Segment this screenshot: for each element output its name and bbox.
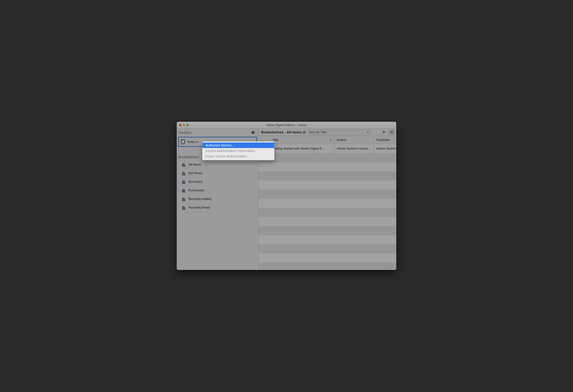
cell-publisher: Adobe System bbox=[374, 144, 396, 153]
svg-rect-19 bbox=[184, 164, 185, 166]
svg-rect-45 bbox=[384, 133, 386, 133]
zoom-window-button[interactable] bbox=[186, 124, 189, 126]
svg-rect-31 bbox=[184, 190, 185, 192]
shelf-label: Recently Read bbox=[188, 206, 210, 209]
svg-rect-43 bbox=[384, 131, 386, 132]
svg-rect-17 bbox=[182, 164, 183, 166]
shelf-item-borrowed[interactable]: Borrowed bbox=[177, 177, 258, 186]
menu-item-label: Device Authorization Information bbox=[205, 149, 255, 153]
svg-rect-34 bbox=[183, 197, 184, 201]
device-name: Kobo e bbox=[188, 140, 198, 144]
view-grid-button[interactable] bbox=[381, 130, 387, 135]
svg-rect-41 bbox=[383, 131, 384, 132]
svg-rect-27 bbox=[184, 181, 185, 184]
table-row-empty bbox=[258, 254, 396, 263]
column-author-label: Author bbox=[337, 138, 346, 142]
svg-rect-30 bbox=[183, 189, 184, 192]
app-window: Adobe Digital Editions - Library Devices bbox=[177, 122, 396, 270]
table-row[interactable]: Getting Started with Adobe Digital E… Ad… bbox=[258, 144, 396, 153]
svg-rect-26 bbox=[183, 180, 184, 184]
svg-rect-49 bbox=[391, 131, 393, 132]
bookshelf-icon bbox=[182, 205, 186, 210]
svg-rect-25 bbox=[182, 181, 183, 184]
svg-rect-20 bbox=[182, 166, 186, 167]
bookshelf-icon bbox=[182, 197, 186, 201]
bookshelf-icon bbox=[182, 171, 186, 175]
table-row-empty bbox=[258, 208, 396, 217]
devices-label: Devices bbox=[179, 131, 191, 135]
devices-heading: Devices bbox=[177, 129, 258, 136]
window-title: Adobe Digital Editions - Library bbox=[177, 123, 396, 127]
svg-rect-32 bbox=[182, 192, 186, 192]
bookshelf-icon bbox=[182, 180, 186, 184]
chevron-down-icon bbox=[367, 131, 369, 133]
devices-gear-button[interactable] bbox=[251, 131, 255, 135]
column-title[interactable]: Title bbox=[270, 136, 334, 144]
menu-item-label: Erase Device Authorization... bbox=[205, 154, 250, 158]
svg-rect-37 bbox=[182, 206, 183, 209]
shelf-label: All Items bbox=[188, 163, 201, 166]
svg-rect-23 bbox=[184, 172, 185, 175]
svg-rect-51 bbox=[391, 133, 393, 133]
svg-rect-50 bbox=[391, 132, 393, 132]
table-header: Title Author Publisher bbox=[258, 136, 396, 144]
sort-dropdown[interactable]: Sort by Title bbox=[307, 130, 371, 135]
svg-rect-35 bbox=[184, 198, 185, 201]
column-publisher[interactable]: Publisher bbox=[374, 136, 396, 144]
svg-rect-22 bbox=[183, 171, 184, 175]
sort-ascending-icon bbox=[330, 139, 332, 141]
table-row-empty bbox=[258, 226, 396, 235]
cell-title: Getting Started with Adobe Digital E… bbox=[270, 144, 334, 153]
shelf-label: Purchased bbox=[188, 188, 204, 192]
svg-point-13 bbox=[183, 143, 183, 144]
shelf-item-recently-added[interactable]: Recently Added bbox=[177, 195, 258, 203]
table-body: Getting Started with Adobe Digital E… Ad… bbox=[258, 144, 396, 270]
main-toolbar: Bookshelves - All Items (1 Sort by Title bbox=[258, 129, 396, 136]
svg-rect-36 bbox=[182, 201, 186, 201]
svg-rect-4 bbox=[251, 132, 252, 133]
shelf-item-purchased[interactable]: Purchased bbox=[177, 186, 258, 195]
table-row-empty bbox=[258, 199, 396, 208]
svg-rect-12 bbox=[181, 140, 184, 143]
table-row-empty bbox=[258, 153, 396, 162]
svg-rect-24 bbox=[182, 175, 186, 175]
column-title-label: Title bbox=[272, 138, 279, 142]
ereader-icon bbox=[181, 139, 185, 144]
shelf-label: Borrowed bbox=[188, 180, 202, 184]
svg-rect-44 bbox=[384, 132, 386, 132]
bookshelf-icon bbox=[182, 188, 186, 192]
shelf-label: Recently Added bbox=[188, 197, 211, 201]
gear-icon bbox=[251, 131, 255, 134]
table-row-empty bbox=[258, 162, 396, 171]
shelf-label: Not Read bbox=[188, 171, 202, 175]
device-context-menu: Authorize Device... Device Authorization… bbox=[202, 141, 274, 160]
svg-marker-10 bbox=[254, 132, 255, 133]
menu-item-device-authorization-info: Device Authorization Information bbox=[202, 148, 274, 153]
shelf-item-not-read[interactable]: Not Read bbox=[177, 169, 258, 177]
close-window-button[interactable] bbox=[179, 124, 181, 126]
menu-item-authorize-device[interactable]: Authorize Device... bbox=[202, 142, 274, 148]
table-row-empty bbox=[258, 244, 396, 254]
column-publisher-label: Publisher bbox=[376, 138, 390, 142]
table-row-empty bbox=[258, 171, 396, 181]
column-author[interactable]: Author bbox=[334, 136, 374, 144]
table-row-empty bbox=[258, 235, 396, 244]
svg-rect-29 bbox=[182, 189, 183, 192]
table-row-empty bbox=[258, 263, 396, 270]
table-row-empty bbox=[258, 217, 396, 226]
svg-rect-42 bbox=[383, 132, 384, 133]
menu-item-label: Authorize Device... bbox=[205, 143, 234, 147]
shelf-item-recently-read[interactable]: Recently Read bbox=[177, 203, 258, 212]
svg-rect-33 bbox=[182, 198, 183, 201]
list-view-icon bbox=[390, 131, 393, 134]
svg-rect-40 bbox=[182, 209, 186, 210]
menu-item-erase-device-authorization: Erase Device Authorization... bbox=[202, 153, 274, 159]
table-row-empty bbox=[258, 181, 396, 190]
svg-rect-3 bbox=[253, 134, 253, 134]
minimize-window-button[interactable] bbox=[183, 124, 185, 126]
bookshelves-label: Bookshelves bbox=[179, 155, 199, 159]
view-list-button[interactable] bbox=[388, 130, 394, 135]
shelf-item-all-items[interactable]: All Items bbox=[177, 160, 258, 169]
svg-rect-48 bbox=[390, 133, 391, 133]
svg-rect-39 bbox=[184, 207, 185, 209]
